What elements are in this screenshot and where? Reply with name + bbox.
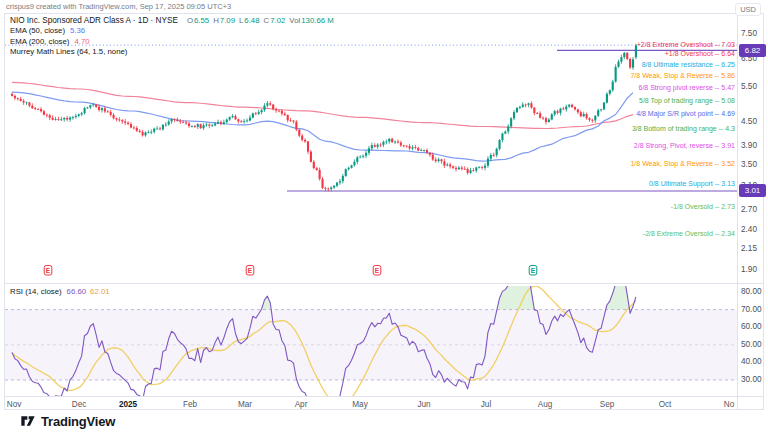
rsi-pane[interactable] — [5, 286, 737, 396]
tradingview-logo[interactable]: TradingView — [20, 413, 115, 429]
tradingview-wordmark: TradingView — [41, 414, 115, 429]
price-scale[interactable] — [737, 14, 764, 396]
time-scale[interactable] — [5, 397, 737, 410]
tradingview-glyph-icon — [20, 413, 36, 429]
price-pane[interactable] — [5, 14, 737, 283]
